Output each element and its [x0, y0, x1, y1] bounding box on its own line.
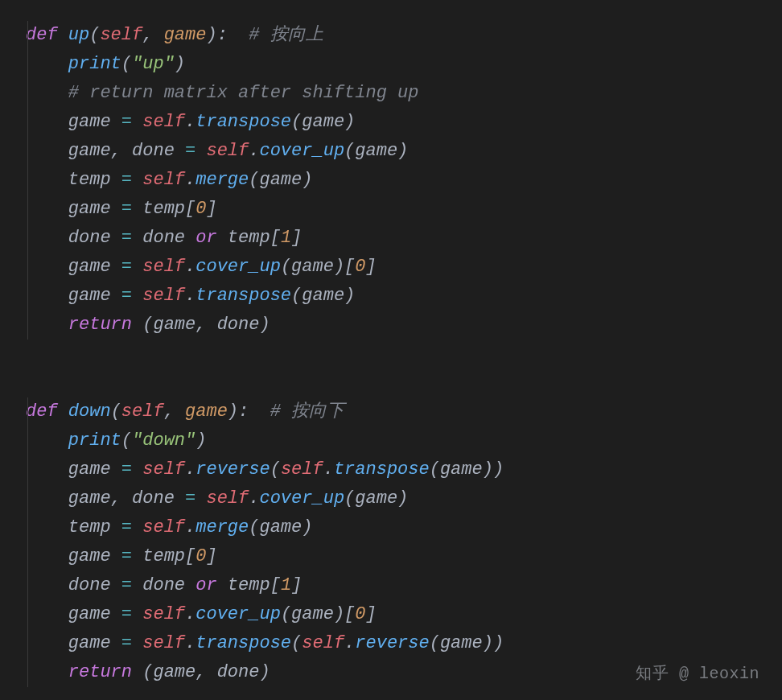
- code-token: [132, 112, 142, 132]
- code-line: print("down"): [0, 426, 782, 455]
- code-token: ):: [228, 401, 270, 422]
- code-token: .: [185, 459, 196, 480]
- code-token: game: [355, 488, 397, 509]
- code-token: ): [175, 54, 185, 74]
- code-token: [196, 488, 206, 509]
- code-token: ): [344, 112, 355, 132]
- code-token: (: [121, 430, 132, 451]
- code-token: (: [249, 517, 259, 537]
- code-line: game = self.cover_up(game)[0]: [0, 253, 782, 282]
- code-token: game: [440, 459, 483, 480]
- code-token: (: [291, 286, 302, 306]
- code-token: transpose: [196, 633, 291, 653]
- code-token: [196, 141, 206, 161]
- code-token: =: [121, 257, 132, 277]
- code-line: game = self.cover_up(game)[0]: [0, 600, 782, 629]
- code-token: [: [185, 546, 196, 566]
- code-line: def up(self, game): # 按向上: [0, 21, 782, 50]
- code-token: =: [185, 488, 196, 509]
- code-token: # 按向上: [249, 25, 323, 45]
- code-token: (: [281, 604, 291, 624]
- code-line: game, done = self.cover_up(game): [0, 484, 782, 513]
- code-line: done = done or temp[1]: [0, 224, 782, 253]
- code-token: (: [281, 257, 291, 277]
- code-token: return: [68, 662, 132, 682]
- code-token: transpose: [196, 286, 291, 306]
- code-token: game: [68, 488, 111, 509]
- code-token: [132, 633, 142, 653]
- code-token: reverse: [355, 633, 429, 653]
- code-token: ,: [111, 488, 132, 509]
- code-token: ): [344, 286, 355, 306]
- code-token: temp: [217, 575, 270, 595]
- code-token: game: [291, 604, 334, 624]
- code-token: or: [196, 575, 216, 595]
- code-token: =: [121, 546, 132, 566]
- code-token: print: [68, 54, 121, 74]
- code-token: [132, 257, 142, 277]
- code-token: (: [430, 633, 440, 653]
- code-line: game = self.transpose(game): [0, 108, 782, 137]
- code-token: .: [185, 112, 196, 132]
- code-token: (: [291, 112, 302, 132]
- code-token: ]: [206, 546, 216, 566]
- code-token: game: [68, 257, 121, 277]
- code-token: self: [142, 257, 185, 277]
- code-token: or: [196, 228, 216, 248]
- code-token: )): [483, 633, 504, 653]
- code-token: down: [68, 401, 111, 422]
- code-token: game: [68, 633, 121, 653]
- code-token: game: [68, 286, 121, 306]
- code-token: (: [344, 488, 355, 509]
- code-token: temp: [68, 170, 121, 190]
- code-token: =: [121, 633, 132, 653]
- code-token: =: [185, 141, 196, 161]
- code-token: 0: [196, 199, 206, 219]
- code-token: (: [291, 633, 302, 653]
- code-token: game: [440, 633, 483, 653]
- code-token: (: [270, 459, 281, 480]
- code-line: [0, 340, 782, 369]
- code-token: game: [68, 546, 121, 566]
- code-token: self: [142, 604, 185, 624]
- code-line: [0, 369, 782, 397]
- code-token: =: [121, 517, 132, 537]
- code-token: self: [142, 517, 185, 537]
- code-token: game: [302, 286, 344, 306]
- code-token: game: [68, 459, 121, 480]
- code-token: [: [185, 199, 196, 219]
- code-token: [132, 315, 142, 335]
- code-token: ,: [142, 25, 163, 45]
- code-line: game = self.reverse(self.transpose(game)…: [0, 455, 782, 484]
- code-token: self: [142, 170, 185, 190]
- code-line: temp = self.merge(game): [0, 166, 782, 195]
- code-token: cover_up: [259, 141, 344, 161]
- code-token: print: [68, 430, 121, 451]
- code-token: ,: [196, 662, 216, 682]
- code-token: =: [121, 170, 132, 190]
- code-token: def: [26, 25, 58, 45]
- code-token: self: [121, 401, 164, 422]
- code-line: game = temp[0]: [0, 542, 782, 571]
- code-token: =: [121, 604, 132, 624]
- code-token: =: [121, 112, 132, 132]
- code-token: 0: [355, 257, 365, 277]
- code-line: done = done or temp[1]: [0, 571, 782, 600]
- code-token: [: [270, 228, 281, 248]
- code-line: game, done = self.cover_up(game): [0, 137, 782, 166]
- code-token: [132, 662, 142, 682]
- code-token: self: [302, 633, 344, 653]
- code-token: temp: [217, 228, 270, 248]
- code-token: =: [121, 199, 132, 219]
- code-token: merge: [196, 170, 249, 190]
- code-line: # return matrix after shifting up: [0, 79, 782, 108]
- code-token: game: [185, 401, 228, 422]
- code-token: self: [142, 112, 185, 132]
- code-line: return (game, done): [0, 311, 782, 340]
- code-token: [132, 170, 142, 190]
- code-token: .: [185, 633, 196, 653]
- code-token: # 按向下: [270, 401, 344, 422]
- code-token: =: [121, 286, 132, 306]
- code-token: done: [132, 141, 185, 161]
- code-token: )): [483, 459, 504, 480]
